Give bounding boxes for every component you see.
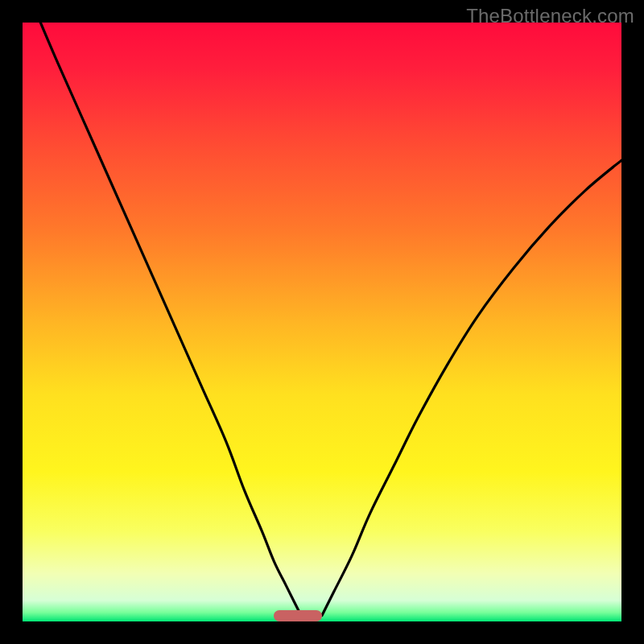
right-curve xyxy=(322,160,621,615)
minimum-marker xyxy=(274,610,322,621)
plot-area xyxy=(23,23,621,621)
curves-layer xyxy=(23,23,621,621)
watermark-text: TheBottleneck.com xyxy=(466,5,634,27)
left-curve xyxy=(40,23,301,616)
chart-frame: TheBottleneck.com xyxy=(0,0,644,644)
